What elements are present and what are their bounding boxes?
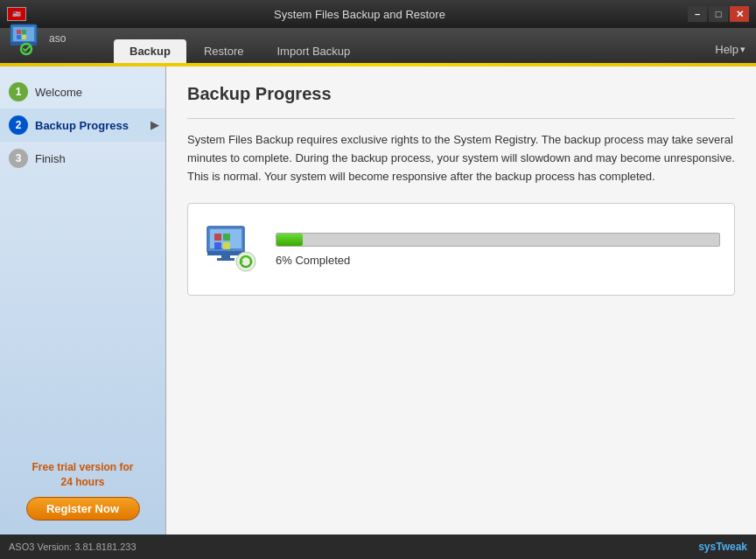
help-arrow: ▾ bbox=[740, 44, 746, 55]
window-controls: – □ ✕ bbox=[688, 6, 749, 22]
svg-rect-12 bbox=[217, 258, 234, 261]
step-num-backup: 2 bbox=[9, 115, 28, 135]
progress-bar-track bbox=[276, 233, 720, 247]
tab-bar: aso Backup Restore Import Backup Help ▾ bbox=[0, 28, 756, 63]
help-label[interactable]: Help bbox=[715, 43, 738, 56]
sidebar-item-finish[interactable]: 3 Finish bbox=[0, 142, 165, 175]
sidebar-item-welcome[interactable]: 1 Welcome bbox=[0, 75, 165, 108]
logo-area: aso bbox=[0, 19, 114, 63]
backup-process-icon bbox=[202, 221, 258, 277]
divider bbox=[187, 118, 735, 119]
register-now-button[interactable]: Register Now bbox=[26, 497, 140, 521]
svg-rect-13 bbox=[214, 234, 221, 241]
close-button[interactable]: ✕ bbox=[730, 6, 749, 22]
tab-backup[interactable]: Backup bbox=[114, 39, 186, 63]
brand-sys: sys bbox=[698, 541, 716, 553]
svg-rect-5 bbox=[22, 30, 26, 34]
brand-name: aso bbox=[49, 32, 66, 45]
progress-box: 6% Completed bbox=[187, 203, 735, 296]
svg-rect-6 bbox=[17, 35, 21, 39]
step-num-welcome: 1 bbox=[9, 82, 28, 101]
active-arrow-icon: ▶ bbox=[150, 119, 158, 131]
minimize-button[interactable]: – bbox=[688, 6, 707, 22]
step-num-finish: 3 bbox=[9, 149, 28, 168]
sidebar-label-backup: Backup Progress bbox=[35, 119, 129, 132]
tab-import-backup[interactable]: Import Backup bbox=[262, 39, 367, 63]
brand-tweak: Tweak bbox=[716, 541, 747, 553]
svg-rect-15 bbox=[214, 242, 221, 249]
description-text: System Files Backup requires exclusive r… bbox=[187, 131, 735, 185]
app-logo-icon bbox=[7, 19, 46, 58]
sidebar-label-finish: Finish bbox=[35, 152, 66, 165]
page-title: Backup Progress bbox=[187, 84, 735, 104]
help-area[interactable]: Help ▾ bbox=[715, 43, 746, 56]
main-content: 1 Welcome 2 Backup Progress ▶ 3 Finish F… bbox=[0, 66, 756, 535]
maximize-button[interactable]: □ bbox=[709, 6, 728, 22]
svg-rect-4 bbox=[17, 30, 21, 34]
sytweak-brand: sysTweak bbox=[698, 541, 747, 553]
tab-restore[interactable]: Restore bbox=[188, 39, 260, 63]
version-text: ASO3 Version: 3.81.8181.233 bbox=[9, 542, 136, 552]
sidebar-bottom: Free trial version for24 hours Register … bbox=[0, 446, 165, 535]
footer: ASO3 Version: 3.81.8181.233 sysTweak bbox=[0, 535, 756, 559]
svg-rect-7 bbox=[22, 35, 26, 39]
progress-label: 6% Completed bbox=[276, 254, 720, 267]
trial-text: Free trial version for24 hours bbox=[9, 460, 157, 490]
sidebar-item-backup-progress[interactable]: 2 Backup Progress ▶ bbox=[0, 108, 165, 142]
svg-point-17 bbox=[236, 252, 256, 271]
sidebar-label-welcome: Welcome bbox=[35, 86, 82, 99]
progress-info: 6% Completed bbox=[276, 233, 720, 267]
window-title: System Files Backup and Restore bbox=[32, 8, 688, 21]
sidebar: 1 Welcome 2 Backup Progress ▶ 3 Finish F… bbox=[0, 66, 166, 535]
svg-rect-14 bbox=[223, 234, 230, 241]
content-area: Backup Progress System Files Backup requ… bbox=[166, 66, 756, 535]
progress-bar-fill bbox=[276, 234, 303, 246]
svg-rect-16 bbox=[223, 242, 230, 249]
backup-icon-wrap bbox=[202, 221, 258, 277]
